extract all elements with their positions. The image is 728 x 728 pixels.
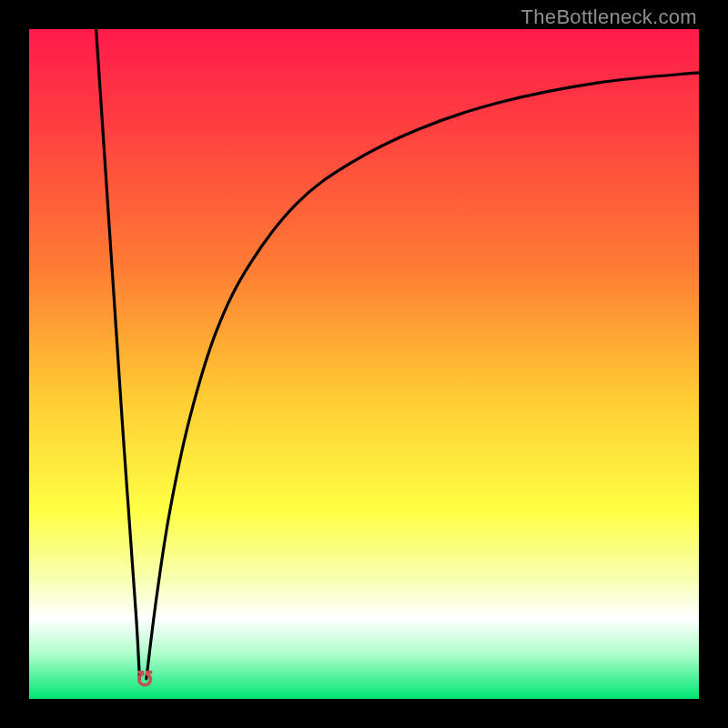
chart-frame: ᘮ TheBottleneck.com (0, 0, 728, 728)
bottleneck-curve (29, 29, 699, 699)
watermark-text: TheBottleneck.com (521, 5, 697, 29)
optimum-marker: ᘮ (136, 663, 153, 691)
plot-area: ᘮ (29, 29, 699, 699)
